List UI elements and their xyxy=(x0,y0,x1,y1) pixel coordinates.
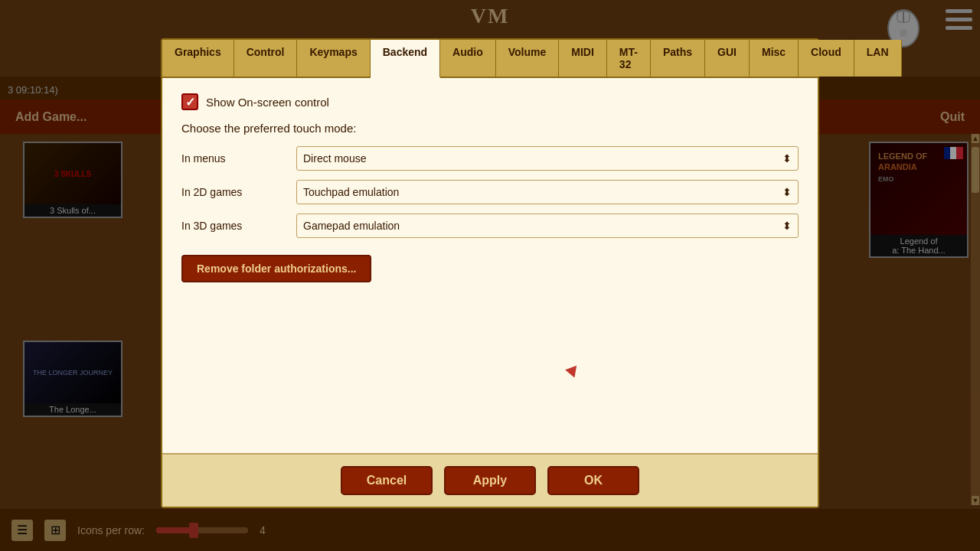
tab-cloud[interactable]: Cloud xyxy=(799,40,854,77)
in-3d-value: Gamepad emulation xyxy=(303,220,400,232)
tab-backend[interactable]: Backend xyxy=(371,40,440,78)
apply-button[interactable]: Apply xyxy=(444,466,536,495)
checkmark-icon: ✓ xyxy=(185,95,195,109)
in-2d-label: In 2D games xyxy=(181,186,296,198)
touch-mode-label: Choose the preferred touch mode: xyxy=(181,122,799,135)
cancel-button[interactable]: Cancel xyxy=(341,466,433,495)
tab-volume[interactable]: Volume xyxy=(496,40,560,77)
tab-paths[interactable]: Paths xyxy=(651,40,705,77)
ok-button[interactable]: OK xyxy=(547,466,639,495)
in-2d-arrow-icon: ⬍ xyxy=(782,186,792,198)
in-menus-select[interactable]: Direct mouse ⬍ xyxy=(296,146,799,171)
in-3d-label: In 3D games xyxy=(181,220,296,232)
in-menus-arrow-icon: ⬍ xyxy=(782,152,792,165)
onscreen-control-label: Show On-screen control xyxy=(206,96,329,109)
in-2d-row: In 2D games Touchpad emulation ⬍ xyxy=(181,180,799,204)
in-menus-row: In menus Direct mouse ⬍ xyxy=(181,146,799,171)
dialog-footer: Cancel Apply OK xyxy=(162,453,818,507)
in-3d-select[interactable]: Gamepad emulation ⬍ xyxy=(296,214,799,238)
tab-bar: Graphics Control Keymaps Backend Audio V… xyxy=(162,40,818,78)
in-3d-row: In 3D games Gamepad emulation ⬍ xyxy=(181,214,799,238)
tab-keymaps[interactable]: Keymaps xyxy=(297,40,370,77)
in-3d-arrow-icon: ⬍ xyxy=(782,220,792,232)
in-2d-value: Touchpad emulation xyxy=(303,186,399,198)
tab-control[interactable]: Control xyxy=(234,40,298,77)
tab-misc[interactable]: Misc xyxy=(750,40,799,77)
tab-mt32[interactable]: MT-32 xyxy=(607,40,651,77)
tab-audio[interactable]: Audio xyxy=(440,40,496,77)
remove-folder-button[interactable]: Remove folder authorizations... xyxy=(181,255,371,282)
settings-dialog: Graphics Control Keymaps Backend Audio V… xyxy=(161,38,819,508)
dialog-content: ✓ Show On-screen control Choose the pref… xyxy=(162,78,818,453)
in-menus-value: Direct mouse xyxy=(303,152,366,165)
tab-midi[interactable]: MIDI xyxy=(559,40,607,77)
tab-lan[interactable]: LAN xyxy=(854,40,902,77)
in-2d-select[interactable]: Touchpad emulation ⬍ xyxy=(296,180,799,204)
tab-gui[interactable]: GUI xyxy=(705,40,750,77)
onscreen-control-row: ✓ Show On-screen control xyxy=(181,93,799,110)
onscreen-control-checkbox[interactable]: ✓ xyxy=(181,93,198,110)
tab-graphics[interactable]: Graphics xyxy=(162,40,234,77)
in-menus-label: In menus xyxy=(181,152,296,165)
